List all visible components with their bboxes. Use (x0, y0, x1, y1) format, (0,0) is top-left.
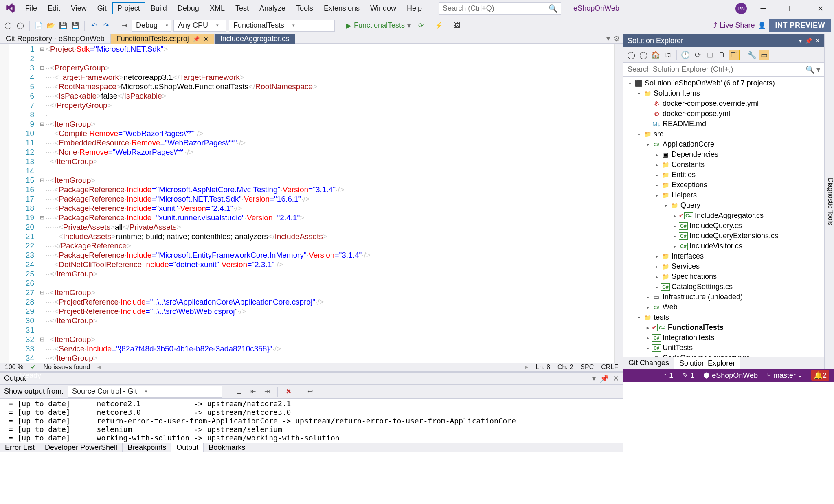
status-edit-icon[interactable]: ✎ 1 (682, 371, 694, 380)
line-ending[interactable]: CRLF (601, 364, 618, 371)
startup-combo[interactable]: FunctionalTests▾ (229, 20, 335, 32)
menu-tools[interactable]: Tools (291, 2, 318, 14)
se-preview-selected-icon[interactable]: ▭ (759, 50, 769, 60)
se-sync-icon[interactable]: 🕘 (680, 50, 691, 60)
open-icon[interactable]: 📂 (46, 21, 56, 31)
tree-item[interactable]: ▸📁Exceptions (623, 180, 824, 190)
pin-icon[interactable]: 📌 (193, 36, 200, 42)
output-close-icon[interactable]: ✕ (613, 374, 619, 383)
tree-item[interactable]: ▸📁Services (623, 261, 824, 272)
tree-item[interactable]: ▸C#IncludeQueryExtensions.cs (623, 231, 824, 241)
solution-explorer-search[interactable]: Search Solution Explorer (Ctrl+;) 🔍 ▾ (623, 63, 824, 77)
menu-analyze[interactable]: Analyze (255, 2, 290, 14)
output-source-combo[interactable]: Source Control - Git▾ (68, 386, 222, 398)
se-collapse-icon[interactable]: ⊟ (705, 50, 715, 60)
panel-close-icon[interactable]: ✕ (815, 37, 820, 44)
se-preview-icon[interactable]: 🗔 (729, 50, 740, 60)
menu-help[interactable]: Help (402, 2, 427, 14)
tree-item[interactable]: ▸C#IntegrationTests (623, 333, 824, 343)
status-push-icon[interactable]: ↑ 1 (663, 371, 673, 380)
bottom-tab-bookmarks[interactable]: Bookmarks (204, 443, 250, 452)
tree-item[interactable]: ▸📁Specifications (623, 272, 824, 282)
menu-view[interactable]: View (66, 2, 92, 14)
minimize-button[interactable]: ─ (751, 0, 775, 17)
menu-window[interactable]: Window (365, 2, 401, 14)
close-button[interactable]: ✕ (808, 0, 832, 17)
image-icon[interactable]: 🖼 (452, 21, 462, 31)
bottom-tab-output[interactable]: Output (171, 443, 204, 452)
output-wrap-icon[interactable]: ↩ (305, 387, 315, 397)
output-dropdown-icon[interactable]: ▾ (592, 374, 596, 383)
tab-git-repository[interactable]: Git Repository - eShopOnWeb (0, 34, 111, 44)
tree-item[interactable]: ▸▣Dependencies (623, 149, 824, 160)
zoom-level[interactable]: 100 % (5, 364, 23, 371)
config-combo[interactable]: Debug▾ (132, 20, 171, 32)
se-refresh-icon[interactable]: ⟳ (692, 50, 703, 60)
output-text[interactable]: = [up to date] netcore2.1 -> upstream/ne… (0, 399, 623, 443)
tree-item[interactable]: ▾📁Query (623, 200, 824, 210)
menu-debug[interactable]: Debug (173, 2, 204, 14)
status-branch[interactable]: ⑂ master ▾ (767, 371, 802, 380)
se-tab-git-changes[interactable]: Git Changes (623, 357, 674, 369)
se-tab-solution-explorer[interactable]: Solution Explorer (674, 357, 740, 369)
issues-text[interactable]: No issues found (43, 364, 90, 371)
se-fwd-icon[interactable]: ◯ (638, 50, 649, 60)
tab-includeaggregator[interactable]: IncludeAggregator.cs (215, 34, 295, 44)
nav-fwd-icon[interactable]: ◯ (15, 21, 25, 31)
live-share-button[interactable]: ⤴ Live Share (713, 21, 755, 30)
status-repo[interactable]: ⬢ eShopOnWeb (703, 371, 758, 380)
solution-tree[interactable]: ▾ ⬛ Solution 'eShopOnWeb' (6 of 7 projec… (623, 77, 824, 357)
save-icon[interactable]: 💾 (58, 21, 68, 31)
tree-item[interactable]: ▸C#IncludeVisitor.cs (623, 241, 824, 251)
se-switch-icon[interactable]: 🗂 (663, 50, 673, 60)
tree-item[interactable]: ▸📁Interfaces (623, 251, 824, 261)
undo-icon[interactable]: ↶ (89, 21, 99, 31)
se-properties-icon[interactable]: 🔧 (746, 50, 757, 60)
browser-link-icon[interactable]: ⚡ (434, 21, 444, 31)
tab-functionaltests-csproj[interactable]: FunctionalTests.csproj 📌 ✕ (111, 34, 215, 44)
menu-edit[interactable]: Edit (43, 2, 65, 14)
tree-item[interactable]: ▸C#Web (623, 302, 824, 312)
platform-combo[interactable]: Any CPU▾ (173, 20, 226, 32)
tree-item[interactable]: ▸📁Constants (623, 160, 824, 170)
feedback-icon[interactable]: 👤 (757, 21, 767, 31)
output-prev-icon[interactable]: ⇤ (248, 387, 258, 397)
panel-pin-icon[interactable]: 📌 (805, 37, 812, 44)
panel-dropdown-icon[interactable]: ▾ (799, 37, 802, 44)
maximize-button[interactable]: ☐ (779, 0, 804, 17)
output-clear-icon[interactable]: ✖ (283, 387, 293, 397)
se-home-icon[interactable]: 🏠 (650, 50, 661, 60)
tree-item[interactable]: ▾C#ApplicationCore (623, 139, 824, 149)
save-all-icon[interactable]: 💾 (70, 21, 80, 31)
tree-item[interactable]: ▸C#CatalogSettings.cs (623, 282, 824, 292)
tree-item[interactable]: ▾📁Helpers (623, 190, 824, 200)
se-back-icon[interactable]: ◯ (626, 50, 636, 60)
user-avatar[interactable]: PN (735, 3, 747, 14)
tree-item[interactable]: 🗎CodeCoverage.runsettings (623, 353, 824, 357)
bottom-tab-breakpoints[interactable]: Breakpoints (123, 443, 171, 452)
indent-mode[interactable]: SPC (580, 364, 594, 371)
output-next-icon[interactable]: ⇥ (262, 387, 272, 397)
bottom-tab-developer-powershell[interactable]: Developer PowerShell (40, 443, 123, 452)
menu-test[interactable]: Test (230, 2, 254, 14)
menu-build[interactable]: Build (146, 2, 172, 14)
editor-scrollbar[interactable] (614, 44, 623, 363)
refresh-icon[interactable]: ⟳ (416, 21, 426, 31)
tree-item[interactable]: ▸📁Entities (623, 170, 824, 180)
new-project-icon[interactable]: 📄 (34, 21, 44, 31)
menu-extensions[interactable]: Extensions (319, 2, 364, 14)
redo-icon[interactable]: ↷ (101, 21, 111, 31)
step-icon[interactable]: ⇥ (119, 21, 129, 31)
start-debug-button[interactable]: ▶ FunctionalTests ▾ (343, 21, 413, 30)
tab-settings-icon[interactable]: ⚙ (613, 34, 620, 43)
tree-item[interactable]: ▸C#IncludeQuery.cs (623, 221, 824, 231)
tree-item[interactable]: ▸✔C#FunctionalTests (623, 322, 824, 333)
tree-item[interactable]: ⚙docker-compose.override.yml (623, 99, 824, 109)
menu-git[interactable]: Git (92, 2, 112, 14)
close-tab-icon[interactable]: ✕ (204, 36, 208, 42)
diagnostic-tools-rail[interactable]: Diagnostic Tools (824, 34, 834, 369)
tree-item[interactable]: ▾📁Solution Items (623, 88, 824, 99)
se-showall-icon[interactable]: 🗎 (717, 50, 727, 60)
tree-item[interactable]: ▾📁tests (623, 312, 824, 322)
tree-item[interactable]: ▾📁src (623, 129, 824, 139)
